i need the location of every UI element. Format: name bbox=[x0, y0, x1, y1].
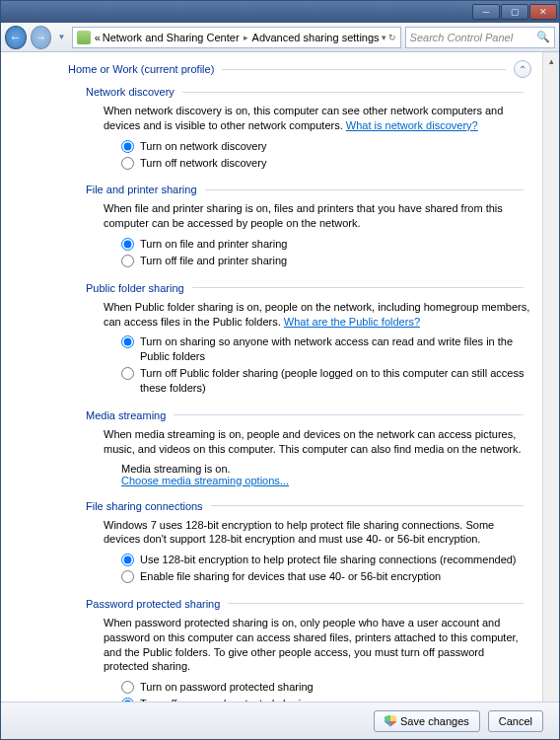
radio-public-folder-on[interactable]: Turn on sharing so anyone with network a… bbox=[121, 334, 531, 364]
footer: Save changes Cancel bbox=[1, 702, 559, 739]
section-title: File sharing connections bbox=[86, 500, 203, 512]
section-file-printer-sharing: File and printer sharing When file and p… bbox=[86, 184, 531, 267]
section-description: When network discovery is on, this compu… bbox=[104, 104, 531, 133]
radio-network-discovery-on[interactable]: Turn on network discovery bbox=[121, 139, 531, 154]
search-placeholder: Search Control Panel bbox=[410, 32, 514, 43]
divider bbox=[182, 92, 524, 93]
radio-public-folder-off[interactable]: Turn off Public folder sharing (people l… bbox=[121, 366, 531, 396]
forward-button[interactable]: → bbox=[31, 26, 52, 49]
section-description: When file and printer sharing is on, fil… bbox=[104, 201, 531, 231]
divider bbox=[192, 287, 524, 288]
section-file-sharing-connections: File sharing connections Windows 7 uses … bbox=[86, 500, 531, 584]
back-button[interactable]: ← bbox=[5, 26, 27, 49]
section-description: When Public folder sharing is on, people… bbox=[104, 300, 531, 330]
chevron-right-icon: ▸ bbox=[242, 33, 250, 42]
history-dropdown[interactable]: ▼ bbox=[55, 29, 67, 46]
link-media-streaming-options[interactable]: Choose media streaming options... bbox=[121, 475, 289, 486]
search-input[interactable]: Search Control Panel 🔍 bbox=[405, 27, 555, 48]
section-title: Password protected sharing bbox=[86, 598, 220, 610]
navigation-bar: ← → ▼ « Network and Sharing Center ▸ Adv… bbox=[1, 23, 559, 52]
section-title: Public folder sharing bbox=[86, 282, 184, 294]
maximize-button[interactable]: ▢ bbox=[501, 4, 528, 20]
chevron-down-icon[interactable]: ▾ bbox=[382, 33, 386, 42]
shield-icon bbox=[385, 715, 396, 727]
divider bbox=[228, 603, 524, 604]
divider bbox=[174, 414, 524, 415]
section-network-discovery: Network discovery When network discovery… bbox=[86, 86, 531, 170]
titlebar: ─ ▢ ✕ bbox=[1, 1, 559, 23]
profile-header-home-work: Home or Work (current profile) ⌃ bbox=[68, 60, 531, 78]
divider bbox=[211, 505, 524, 506]
divider bbox=[205, 189, 524, 190]
refresh-icon[interactable]: ↻ bbox=[388, 33, 396, 42]
control-panel-icon bbox=[77, 31, 91, 44]
close-button[interactable]: ✕ bbox=[529, 4, 557, 20]
radio-file-printer-on[interactable]: Turn on file and printer sharing bbox=[121, 237, 531, 252]
scroll-up-icon[interactable]: ▴ bbox=[543, 52, 559, 69]
search-icon: 🔍 bbox=[536, 31, 550, 43]
control-panel-window: ─ ▢ ✕ ← → ▼ « Network and Sharing Center… bbox=[0, 0, 560, 740]
section-description: When password protected sharing is on, o… bbox=[104, 616, 531, 674]
link-what-are-public-folders[interactable]: What are the Public folders? bbox=[284, 316, 420, 328]
section-description: When media streaming is on, people and d… bbox=[104, 427, 531, 457]
section-title: Media streaming bbox=[86, 409, 166, 421]
media-status-text: Media streaming is on. bbox=[121, 463, 531, 475]
radio-network-discovery-off[interactable]: Turn off network discovery bbox=[121, 156, 531, 171]
section-media-streaming: Media streaming When media streaming is … bbox=[86, 409, 531, 486]
radio-128bit-encryption[interactable]: Use 128-bit encryption to help protect f… bbox=[121, 553, 531, 567]
section-title: File and printer sharing bbox=[86, 184, 197, 195]
section-public-folder-sharing: Public folder sharing When Public folder… bbox=[86, 282, 531, 396]
breadcrumb-prefix: « bbox=[95, 32, 101, 43]
section-description: Windows 7 uses 128-bit encryption to hel… bbox=[104, 518, 531, 548]
breadcrumb-part[interactable]: Advanced sharing settings bbox=[252, 32, 380, 43]
minimize-button[interactable]: ─ bbox=[472, 4, 500, 20]
cancel-button[interactable]: Cancel bbox=[488, 710, 543, 732]
save-changes-button[interactable]: Save changes bbox=[374, 710, 480, 732]
radio-password-sharing-on[interactable]: Turn on password protected sharing bbox=[121, 680, 531, 695]
radio-40-56bit-encryption[interactable]: Enable file sharing for devices that use… bbox=[121, 569, 531, 584]
breadcrumb-part[interactable]: Network and Sharing Center bbox=[103, 32, 240, 43]
content-area: ▴ Home or Work (current profile) ⌃ Netwo… bbox=[1, 52, 559, 702]
section-title: Network discovery bbox=[86, 86, 175, 98]
profile-title: Home or Work (current profile) bbox=[68, 63, 214, 75]
breadcrumb[interactable]: « Network and Sharing Center ▸ Advanced … bbox=[72, 27, 401, 48]
divider bbox=[222, 69, 506, 70]
radio-file-printer-off[interactable]: Turn off file and printer sharing bbox=[121, 254, 531, 268]
collapse-button[interactable]: ⌃ bbox=[514, 60, 531, 78]
scrollbar[interactable]: ▴ bbox=[542, 52, 559, 702]
section-password-protected-sharing: Password protected sharing When password… bbox=[86, 598, 531, 702]
radio-password-sharing-off[interactable]: Turn off password protected sharing bbox=[121, 697, 531, 702]
link-what-is-network-discovery[interactable]: What is network discovery? bbox=[346, 119, 478, 131]
